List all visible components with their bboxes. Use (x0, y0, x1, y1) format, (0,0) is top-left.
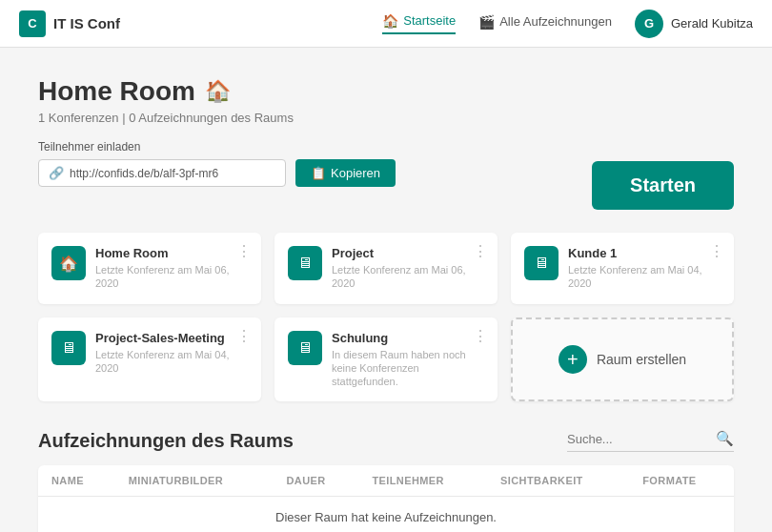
room-sub-4: In diesem Raum haben noch keine Konferen… (332, 348, 484, 389)
header-left: C IT IS Conf (19, 10, 120, 37)
room-name-1: Project (332, 246, 484, 260)
header: C IT IS Conf 🏠 Startseite 🎬 Alle Aufzeic… (0, 0, 772, 48)
invite-url-wrap: 🔗 (38, 159, 286, 187)
user-info[interactable]: G Gerald Kubitza (635, 10, 753, 38)
nav-startseite-label: Startseite (403, 13, 456, 28)
nav-startseite[interactable]: 🏠 Startseite (382, 13, 456, 34)
room-sub-3: Letzte Konferenz am Mai 04, 2020 (95, 348, 248, 376)
main-content: Home Room 🏠 1 Konferenzen | 0 Aufzeichnu… (0, 48, 772, 532)
top-controls: Teilnehmer einladen 🔗 📋 Kopieren Starten (38, 140, 734, 210)
page-title: Home Room (38, 76, 195, 107)
page-title-row: Home Room 🏠 (38, 76, 734, 107)
room-info-3: Project-Sales-Meeting Letzte Konferenz a… (95, 331, 248, 376)
room-info-2: Kunde 1 Letzte Konferenz am Mai 04, 2020 (568, 246, 721, 291)
no-recordings-message: Dieser Raum hat keine Aufzeichnungen. (38, 497, 734, 532)
rooms-grid: 🏠 Home Room Letzte Konferenz am Mai 06, … (38, 233, 734, 401)
room-card-4[interactable]: 🖥 Schulung In diesem Raum haben noch kei… (274, 317, 498, 402)
room-info-4: Schulung In diesem Raum haben noch keine… (332, 331, 484, 389)
invite-url-input[interactable] (70, 167, 275, 180)
col-name: NAME (38, 465, 115, 497)
room-menu-1[interactable]: ⋮ (473, 242, 488, 260)
room-name-2: Kunde 1 (568, 246, 721, 260)
room-sub-0: Letzte Konferenz am Mai 06, 2020 (95, 263, 248, 291)
create-room-label: Raum erstellen (597, 352, 686, 367)
logo-text: C (28, 16, 36, 31)
room-menu-3[interactable]: ⋮ (236, 327, 252, 345)
room-icon-0: 🏠 (51, 246, 86, 280)
room-icon-1: 🖥 (288, 246, 322, 280)
recordings-header: Aufzeichnungen des Raums 🔍 (38, 430, 734, 452)
main-nav: 🏠 Startseite 🎬 Alle Aufzeichnungen G Ger… (382, 10, 753, 38)
room-menu-2[interactable]: ⋮ (709, 242, 724, 260)
logo-box: C (19, 10, 46, 37)
room-icon-3: 🖥 (51, 331, 86, 365)
table-header-row: NAME MINIATURBILDER DAUER TEILNEHMER SIC… (38, 465, 734, 497)
col-formats: FORMATE (629, 465, 734, 497)
invite-row: 🔗 📋 Kopieren (38, 159, 396, 187)
page-subtitle: 1 Konferenzen | 0 Aufzeichnungen des Rau… (38, 111, 734, 125)
invite-section: Teilnehmer einladen 🔗 📋 Kopieren (38, 140, 396, 210)
page-home-icon: 🏠 (205, 79, 231, 104)
start-button[interactable]: Starten (592, 161, 734, 210)
room-menu-4[interactable]: ⋮ (473, 327, 488, 345)
app-title: IT IS Conf (53, 15, 120, 31)
col-duration: DAUER (273, 465, 358, 497)
no-data-row: Dieser Raum hat keine Aufzeichnungen. (38, 497, 734, 532)
user-name: Gerald Kubitza (671, 16, 753, 31)
invite-label: Teilnehmer einladen (38, 140, 396, 153)
recordings-nav-icon: 🎬 (478, 14, 495, 30)
room-name-4: Schulung (332, 331, 484, 345)
room-icon-4: 🖥 (288, 331, 322, 365)
copy-icon: 📋 (311, 166, 326, 180)
col-participants: TEILNEHMER (358, 465, 487, 497)
search-input[interactable] (567, 432, 710, 446)
table-body: Dieser Raum hat keine Aufzeichnungen. (38, 497, 734, 532)
copy-button-label: Kopieren (331, 166, 380, 180)
search-wrap: 🔍 (567, 430, 734, 452)
room-sub-1: Letzte Konferenz am Mai 06, 2020 (332, 263, 484, 291)
recordings-table: NAME MINIATURBILDER DAUER TEILNEHMER SIC… (38, 465, 734, 532)
room-card-2[interactable]: 🖥 Kunde 1 Letzte Konferenz am Mai 04, 20… (511, 233, 734, 304)
room-info-0: Home Room Letzte Konferenz am Mai 06, 20… (95, 246, 248, 291)
room-menu-0[interactable]: ⋮ (236, 242, 252, 260)
room-card-0[interactable]: 🏠 Home Room Letzte Konferenz am Mai 06, … (38, 233, 261, 304)
recordings-title: Aufzeichnungen des Raums (38, 430, 294, 452)
room-info-1: Project Letzte Konferenz am Mai 06, 2020 (332, 246, 484, 291)
nav-aufzeichnungen-label: Alle Aufzeichnungen (499, 14, 612, 29)
user-avatar[interactable]: G (635, 10, 663, 38)
room-card-1[interactable]: 🖥 Project Letzte Konferenz am Mai 06, 20… (274, 233, 498, 304)
copy-button[interactable]: 📋 Kopieren (295, 159, 396, 187)
room-sub-2: Letzte Konferenz am Mai 04, 2020 (568, 263, 721, 291)
table-head: NAME MINIATURBILDER DAUER TEILNEHMER SIC… (38, 465, 734, 497)
room-name-3: Project-Sales-Meeting (95, 331, 248, 345)
plus-icon: + (559, 345, 587, 374)
link-icon: 🔗 (49, 166, 64, 180)
search-icon[interactable]: 🔍 (716, 430, 734, 447)
room-name-0: Home Room (95, 246, 248, 260)
room-card-3[interactable]: 🖥 Project-Sales-Meeting Letzte Konferenz… (38, 317, 261, 402)
col-visibility: SICHTBARKEIT (487, 465, 629, 497)
home-nav-icon: 🏠 (382, 13, 398, 29)
room-icon-2: 🖥 (524, 246, 559, 280)
nav-aufzeichnungen[interactable]: 🎬 Alle Aufzeichnungen (478, 14, 612, 33)
col-thumbnails: MINIATURBILDER (115, 465, 274, 497)
create-room-card[interactable]: + Raum erstellen (511, 317, 734, 402)
